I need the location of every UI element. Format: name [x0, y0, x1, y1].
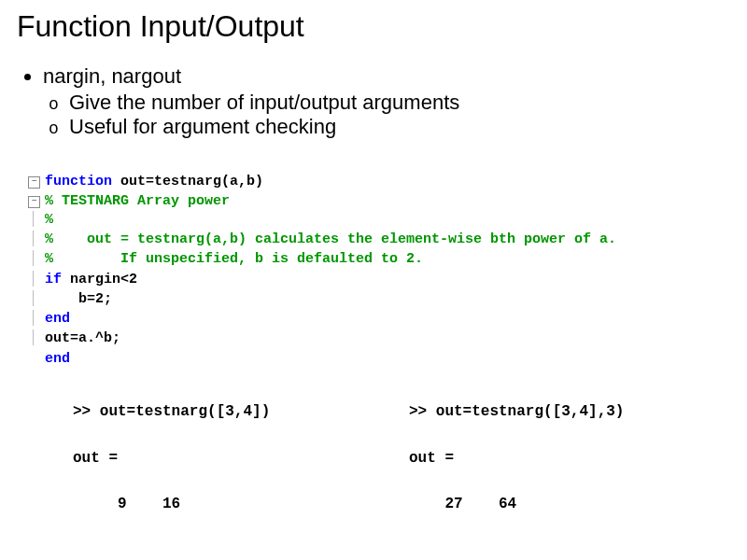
slide: Function Input/Output nargin, nargout Gi…	[0, 0, 747, 525]
code-comment-2: %	[45, 212, 53, 228]
bullet-main-text: nargin, nargout	[43, 64, 181, 88]
repl-left-values: 9 16	[73, 496, 180, 512]
code-comment-3: % out = testnarg(a,b) calculates the ele…	[45, 231, 616, 247]
sub-bullet-2: Useful for argument checking	[69, 115, 730, 139]
repl-right: >> out=testnarg([3,4],3) out = 27 64	[409, 400, 624, 516]
repl-row: >> out=testnarg([3,4]) out = 9 16 >> out…	[17, 400, 730, 516]
repl-right-values: 27 64	[409, 496, 516, 512]
repl-right-input: >> out=testnarg([3,4],3)	[409, 403, 624, 420]
sub-bullet-list: Give the number of input/output argument…	[43, 91, 730, 139]
code-sig: out=testnarg(a,b)	[112, 174, 263, 189]
repl-left-outlabel: out =	[73, 450, 118, 467]
code-comment-1: % TESTNARG Array power	[45, 193, 230, 209]
page-title: Function Input/Output	[17, 9, 730, 44]
code-block: −function out=testnarg(a,b) −% TESTNARG …	[28, 154, 730, 387]
code-comment-4: % If unspecified, b is defaulted to 2.	[45, 251, 423, 267]
sub-bullet-1: Give the number of input/output argument…	[69, 91, 730, 115]
code-kw-if: if	[45, 272, 62, 287]
code-kw-end1: end	[45, 311, 70, 327]
code-kw-function: function	[45, 174, 112, 189]
repl-left: >> out=testnarg([3,4]) out = 9 16	[73, 400, 372, 516]
bullet-list: nargin, nargout Give the number of input…	[22, 64, 730, 139]
code-body-1: b=2;	[45, 291, 112, 307]
code-if-cond: nargin<2	[62, 272, 137, 287]
code-kw-end2: end	[45, 351, 70, 367]
code-body-2: out=a.^b;	[45, 330, 120, 346]
repl-left-input: >> out=testnarg([3,4])	[73, 403, 270, 420]
repl-right-outlabel: out =	[409, 450, 454, 467]
bullet-main: nargin, nargout Give the number of input…	[43, 64, 730, 139]
